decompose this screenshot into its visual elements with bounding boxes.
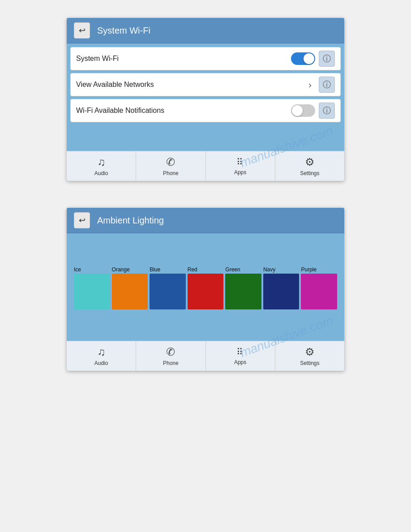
navy-block	[263, 274, 300, 309]
settings-label-2: Settings	[300, 360, 319, 366]
screen1-content: System Wi-Fi ⓘ View Available Networks ›…	[67, 43, 344, 151]
screen1-nav-bar: ♫ Audio ✆ Phone ⠿ Apps ⚙ Settings	[67, 151, 344, 181]
back-button[interactable]: ↩	[74, 22, 90, 39]
nav2-phone[interactable]: ✆ Phone	[136, 341, 206, 371]
ambient-lighting-screen: ↩ Ambient Lighting Ice Orange Blue Red	[67, 208, 344, 371]
phone-label: Phone	[163, 170, 179, 176]
system-wifi-row[interactable]: System Wi-Fi ⓘ	[70, 47, 341, 70]
system-wifi-info-button[interactable]: ⓘ	[319, 51, 335, 67]
green-block	[225, 274, 261, 309]
blue-label: Blue	[150, 266, 186, 274]
nav2-apps[interactable]: ⠿ Apps	[206, 341, 275, 371]
phone-icon-2: ✆	[166, 346, 175, 358]
audio-label-2: Audio	[94, 360, 108, 366]
screen1-header: ↩ System Wi-Fi	[67, 18, 344, 43]
view-networks-label: View Available Networks	[76, 81, 308, 89]
wifi-notifications-control	[291, 104, 315, 117]
color-swatch-green[interactable]: Green	[225, 266, 261, 309]
red-label: Red	[188, 266, 224, 274]
color-swatch-red[interactable]: Red	[188, 266, 224, 309]
back-button-2[interactable]: ↩	[74, 212, 90, 228]
screen2-title: Ambient Lighting	[97, 215, 164, 226]
back-icon-2: ↩	[79, 215, 86, 225]
wifi-notifications-toggle[interactable]	[291, 104, 315, 117]
navy-label: Navy	[263, 266, 300, 274]
wifi-notifications-label: Wi-Fi Available Notifications	[76, 107, 291, 115]
purple-block	[301, 274, 337, 309]
settings-icon: ⚙	[305, 156, 315, 168]
apps-label-2: Apps	[234, 359, 246, 365]
screen2-header: ↩ Ambient Lighting	[67, 208, 344, 233]
nav2-settings[interactable]: ⚙ Settings	[275, 341, 344, 371]
green-label: Green	[225, 266, 261, 274]
system-wifi-toggle[interactable]	[291, 52, 315, 65]
color-swatch-orange[interactable]: Orange	[112, 266, 148, 309]
nav2-audio[interactable]: ♫ Audio	[67, 341, 136, 371]
view-networks-info-button[interactable]: ⓘ	[319, 77, 335, 93]
audio-icon: ♫	[97, 156, 105, 168]
toggle-knob	[304, 53, 314, 64]
audio-icon-2: ♫	[97, 346, 105, 358]
wifi-notifications-info-button[interactable]: ⓘ	[319, 103, 335, 119]
purple-label: Purple	[301, 266, 337, 274]
info-icon-3: ⓘ	[323, 105, 331, 116]
info-icon: ⓘ	[323, 53, 331, 64]
screen2-content: Ice Orange Blue Red Green Navy	[67, 233, 344, 341]
phone-label-2: Phone	[163, 360, 179, 366]
back-icon: ↩	[79, 26, 86, 35]
info-icon-2: ⓘ	[323, 79, 331, 90]
color-swatch-purple[interactable]: Purple	[301, 266, 337, 309]
orange-label: Orange	[112, 266, 148, 274]
wifi-notifications-row[interactable]: Wi-Fi Available Notifications ⓘ	[70, 99, 341, 122]
screen1-title: System Wi-Fi	[97, 26, 150, 36]
color-swatch-blue[interactable]: Blue	[150, 266, 186, 309]
view-networks-row[interactable]: View Available Networks › ⓘ	[70, 73, 341, 96]
system-wifi-screen: ↩ System Wi-Fi System Wi-Fi ⓘ View Avail…	[67, 18, 344, 181]
apps-icon-2: ⠿	[236, 347, 244, 357]
apps-icon: ⠿	[236, 157, 244, 167]
ice-block	[74, 274, 110, 309]
system-wifi-control	[291, 52, 315, 65]
red-block	[188, 274, 224, 309]
orange-block	[112, 274, 148, 309]
chevron-right-icon: ›	[308, 80, 312, 90]
color-grid: Ice Orange Blue Red Green Navy	[70, 264, 341, 313]
color-swatch-navy[interactable]: Navy	[263, 266, 300, 309]
apps-label: Apps	[234, 169, 246, 176]
settings-label: Settings	[300, 170, 319, 176]
nav-settings[interactable]: ⚙ Settings	[275, 151, 344, 181]
audio-label: Audio	[94, 170, 108, 176]
nav-apps[interactable]: ⠿ Apps	[206, 151, 275, 181]
nav-audio[interactable]: ♫ Audio	[67, 151, 136, 181]
ice-label: Ice	[74, 266, 110, 274]
blue-block	[150, 274, 186, 309]
phone-icon: ✆	[166, 156, 175, 168]
toggle-knob-2	[292, 105, 303, 116]
screen2-nav-bar: ♫ Audio ✆ Phone ⠿ Apps ⚙ Settings	[67, 341, 344, 371]
view-networks-control: ›	[308, 80, 315, 90]
ambient-spacer	[70, 237, 341, 264]
nav-phone[interactable]: ✆ Phone	[136, 151, 206, 181]
system-wifi-label: System Wi-Fi	[76, 55, 291, 63]
settings-icon-2: ⚙	[305, 346, 315, 358]
color-swatch-ice[interactable]: Ice	[74, 266, 110, 309]
